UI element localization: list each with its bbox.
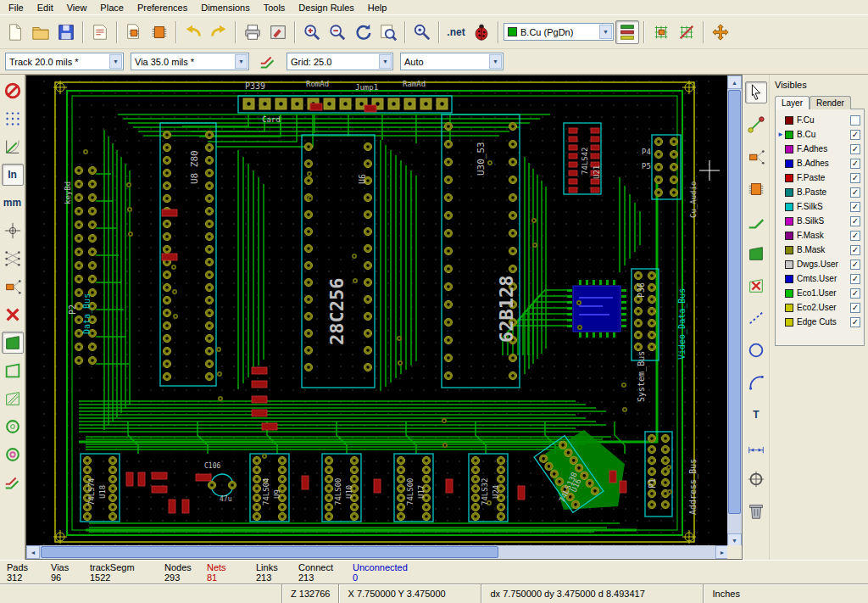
grid-select-dropdown-icon[interactable]: ▼ (379, 54, 392, 69)
layer-row-edge-cuts[interactable]: Edge Cuts✓ (777, 315, 862, 329)
layer-row-f-paste[interactable]: F.Paste✓ (777, 170, 862, 185)
layer-visibility-checkbox[interactable]: ✓ (850, 260, 860, 270)
layer-visibility-checkbox[interactable]: ✓ (850, 245, 860, 255)
layer-row-eco2-user[interactable]: Eco2.User✓ (777, 300, 862, 315)
layer-manager-toggle-button[interactable] (615, 20, 639, 44)
menu-item-file[interactable]: File (2, 1, 31, 14)
layer-visibility-checkbox[interactable]: ✓ (850, 144, 860, 154)
highlight-net-button[interactable] (745, 114, 767, 136)
layer-row-b-silks[interactable]: B.SilkS✓ (777, 214, 862, 228)
add-arc-button[interactable] (745, 371, 767, 394)
route-mode-button[interactable] (675, 20, 698, 44)
add-drawing-line-button[interactable] (745, 307, 767, 329)
units-mm-button[interactable]: mm (2, 192, 24, 214)
redraw-button[interactable] (351, 20, 375, 44)
layer-visibility-checkbox[interactable]: ✓ (850, 187, 860, 198)
select-tool-button[interactable] (745, 81, 767, 103)
layer-select[interactable]: B.Cu (PgDn)▼ (504, 23, 614, 41)
layer-color-swatch[interactable] (785, 174, 793, 182)
add-circle-button[interactable] (745, 339, 767, 361)
zones-hide-button[interactable] (2, 360, 24, 382)
zones-show-button[interactable] (2, 332, 24, 354)
zoom-in-button[interactable] (300, 20, 324, 44)
vertical-scroll-thumb[interactable] (728, 90, 741, 514)
drc-off-button[interactable] (2, 80, 24, 102)
layer-row-eco1-user[interactable]: Eco1.User✓ (777, 286, 862, 300)
layer-color-swatch[interactable] (785, 217, 793, 226)
tab-render[interactable]: Render (810, 96, 851, 109)
layer-row-cmts-user[interactable]: Cmts.User✓ (777, 271, 862, 286)
units-inches-button[interactable]: In (2, 164, 24, 186)
grid-select[interactable]: Grid: 25.0▼ (287, 53, 393, 70)
menu-item-edit[interactable]: Edit (31, 1, 60, 14)
layer-visibility-checkbox[interactable]: ✓ (850, 202, 860, 212)
undo-button[interactable] (181, 20, 205, 44)
layer-row-b-paste[interactable]: B.Paste✓ (777, 185, 862, 199)
add-dimension-button[interactable] (745, 436, 767, 458)
layer-row-b-adhes[interactable]: B.Adhes✓ (777, 156, 862, 170)
layer-row-b-mask[interactable]: B.Mask✓ (777, 243, 862, 257)
layer-visibility-checkbox[interactable]: ✓ (850, 231, 860, 241)
open-board-button[interactable] (29, 20, 53, 44)
via-size-select-dropdown-icon[interactable]: ▼ (235, 54, 248, 69)
layer-color-swatch[interactable] (785, 318, 793, 327)
zoom-select-dropdown-icon[interactable]: ▼ (489, 54, 502, 69)
vias-sketch-button[interactable] (2, 444, 24, 466)
layer-color-swatch[interactable] (785, 232, 793, 240)
layer-visibility-checkbox[interactable]: ✓ (850, 274, 860, 284)
menu-item-tools[interactable]: Tools (257, 1, 292, 14)
tracks-sketch-button[interactable] (2, 472, 24, 494)
layer-color-swatch[interactable] (785, 203, 793, 211)
drc-button[interactable] (470, 20, 493, 44)
tab-layer[interactable]: Layer (775, 96, 810, 109)
auto-delete-track-button[interactable] (2, 304, 24, 326)
layer-visibility-checkbox[interactable]: ✓ (850, 130, 860, 140)
zoom-select[interactable]: Auto▼ (400, 53, 504, 70)
layer-visibility-checkbox[interactable]: ✓ (850, 173, 860, 183)
ratsnest-show-button[interactable] (2, 248, 24, 270)
layer-color-swatch[interactable] (785, 159, 793, 168)
scroll-up-icon[interactable]: ▲ (727, 75, 742, 89)
layer-color-swatch[interactable] (785, 188, 793, 197)
save-board-button[interactable] (54, 20, 78, 44)
menu-item-place[interactable]: Place (93, 1, 131, 14)
cursor-shape-button[interactable] (2, 220, 24, 242)
auto-track-width-button[interactable] (256, 50, 280, 74)
scroll-left-icon[interactable]: ◄ (26, 545, 40, 559)
menu-item-dimensions[interactable]: Dimensions (194, 1, 256, 14)
find-button[interactable] (410, 20, 434, 44)
track-width-select-dropdown-icon[interactable]: ▼ (109, 54, 122, 69)
pcb-canvas[interactable]: P339RomAdJump1RamAdCardkeyBdP2Data_BusU8… (25, 75, 743, 560)
add-text-button[interactable]: T (745, 404, 767, 426)
layer-color-swatch[interactable] (785, 116, 793, 125)
track-width-select[interactable]: Track 20.0 mils *▼ (5, 53, 124, 70)
menu-item-view[interactable]: View (60, 1, 94, 14)
menu-item-preferences[interactable]: Preferences (131, 1, 194, 14)
layer-row-b-cu[interactable]: ►B.Cu✓ (777, 127, 862, 142)
layer-visibility-checkbox[interactable]: ✓ (850, 216, 860, 226)
layer-select-dropdown-icon[interactable]: ▼ (599, 25, 612, 39)
layer-row-f-silks[interactable]: F.SilkS✓ (777, 199, 862, 214)
layer-visibility-checkbox[interactable] (850, 115, 860, 126)
menu-item-help[interactable]: Help (361, 1, 394, 14)
layer-color-swatch[interactable] (785, 275, 793, 283)
menu-item-design-rules[interactable]: Design Rules (292, 1, 360, 14)
library-browser-button[interactable] (147, 20, 171, 44)
layer-visibility-checkbox[interactable]: ✓ (850, 303, 860, 313)
add-track-button[interactable] (745, 210, 767, 232)
zoom-out-button[interactable] (326, 20, 349, 44)
layer-row-f-adhes[interactable]: F.Adhes✓ (777, 142, 862, 156)
microwave-tools-button[interactable] (709, 20, 732, 44)
zones-outline-button[interactable] (2, 388, 24, 410)
netlist-button[interactable]: .net (444, 20, 468, 44)
layer-color-swatch[interactable] (785, 131, 793, 139)
layer-color-swatch[interactable] (785, 145, 793, 154)
layer-visibility-checkbox[interactable]: ✓ (850, 288, 860, 299)
plot-button[interactable] (266, 20, 290, 44)
via-size-select[interactable]: Via 35.0 mils *▼ (131, 53, 249, 70)
layer-row-f-cu[interactable]: F.Cu (777, 113, 862, 127)
module-mode-button[interactable] (649, 20, 673, 44)
add-target-button[interactable] (745, 468, 767, 490)
horizontal-scrollbar[interactable]: ◄ ► (26, 545, 729, 559)
print-button[interactable] (241, 20, 264, 44)
